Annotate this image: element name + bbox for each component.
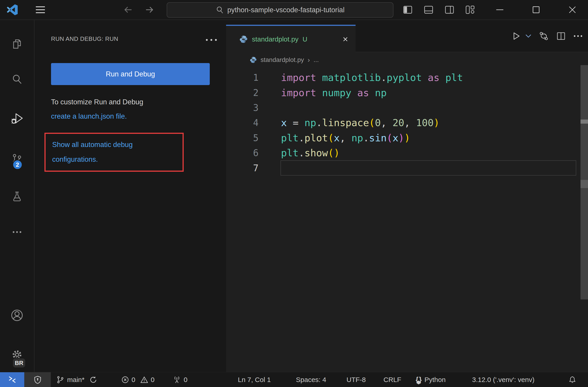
- encoding-item[interactable]: UTF-8: [346, 372, 366, 387]
- indentation-item[interactable]: Spaces: 4: [296, 372, 326, 387]
- account-icon[interactable]: [0, 304, 34, 326]
- code-token: .: [299, 132, 305, 144]
- show-debug-configurations-link[interactable]: Show all automatic debug configurations.: [52, 137, 179, 167]
- eol-item[interactable]: CRLF: [383, 372, 401, 387]
- sync-icon: [89, 376, 97, 384]
- run-and-debug-button[interactable]: Run and Debug: [51, 63, 210, 85]
- code-line-2[interactable]: 2import numpy as np: [226, 85, 588, 100]
- code-line-4[interactable]: 4x = np.linspace(0, 20, 100): [226, 115, 588, 130]
- code-token: as: [357, 87, 369, 98]
- code-token: [316, 72, 322, 83]
- line-number: 4: [226, 117, 280, 128]
- workspace-trust-item[interactable]: [24, 372, 51, 387]
- editor-group: standardplot.py U: [226, 20, 588, 372]
- tab-file-name: standardplot.py: [252, 35, 298, 43]
- code-token: ,: [404, 117, 416, 129]
- go-forward-icon[interactable]: [142, 0, 156, 20]
- code-token: sin: [369, 132, 387, 144]
- python-file-icon: [239, 35, 248, 43]
- code-token: import: [281, 72, 316, 83]
- radio-tower-icon: [172, 375, 181, 384]
- code-line-3[interactable]: 3: [226, 100, 588, 115]
- breadcrumb-file[interactable]: standardplot.py: [261, 56, 304, 64]
- window-close-icon[interactable]: [566, 0, 579, 20]
- sidebar-more-actions-icon[interactable]: [203, 34, 219, 46]
- code-token: ): [434, 117, 440, 129]
- line-number: 1: [226, 72, 280, 83]
- editor-toolbar: [511, 20, 583, 52]
- python-file-icon: [250, 56, 257, 64]
- language-mode-item[interactable]: { } Python: [416, 372, 446, 387]
- tab-close-icon[interactable]: [342, 36, 349, 43]
- code-line-6[interactable]: 6plt.show(): [226, 145, 588, 160]
- notifications-bell-icon[interactable]: [568, 372, 576, 387]
- branch-name: main*: [67, 376, 84, 384]
- code-token: np: [305, 117, 316, 129]
- code-token: np: [352, 132, 363, 144]
- overview-ruler-cursor-mark: [581, 180, 588, 188]
- code-token: [440, 72, 445, 83]
- code-token: (: [328, 147, 334, 159]
- toggle-panel-icon[interactable]: [422, 0, 435, 20]
- python-interpreter-item[interactable]: 3.12.0 ('.venv': venv): [472, 372, 534, 387]
- remote-indicator[interactable]: [0, 372, 24, 387]
- toggle-secondary-sidebar-icon[interactable]: [443, 0, 456, 20]
- code-token: as: [428, 72, 440, 83]
- code-token: x: [393, 132, 399, 144]
- window-maximize-icon[interactable]: [530, 0, 543, 20]
- split-editor-icon[interactable]: [556, 31, 566, 41]
- code-editor[interactable]: 1import matplotlib.pyplot as plt2import …: [226, 68, 588, 372]
- testing-icon[interactable]: [0, 185, 34, 207]
- problems-item[interactable]: 0 0: [121, 372, 154, 387]
- run-dropdown-chevron-icon[interactable]: [525, 34, 532, 39]
- window-minimize-icon[interactable]: [493, 0, 506, 20]
- error-count: 0: [131, 376, 135, 384]
- editor-scrollbar[interactable]: [581, 65, 588, 300]
- code-token: show: [305, 147, 328, 159]
- code-token: [352, 87, 357, 98]
- breadcrumb-symbol[interactable]: ...: [313, 56, 319, 64]
- git-branch-item[interactable]: main*: [56, 372, 97, 387]
- run-and-debug-icon[interactable]: [0, 107, 34, 129]
- line-content: import matplotlib.pyplot as plt: [280, 70, 576, 85]
- customize-layout-icon[interactable]: [464, 0, 477, 20]
- line-content: [280, 100, 576, 115]
- command-center-search[interactable]: python-sample-vscode-fastapi-tutorial: [167, 2, 393, 18]
- search-view-icon[interactable]: [0, 68, 34, 90]
- warning-icon: [140, 376, 148, 384]
- ports-item[interactable]: 0: [172, 372, 188, 387]
- open-changes-icon[interactable]: [539, 31, 549, 41]
- run-python-file-icon[interactable]: [511, 31, 521, 41]
- code-token: numpy: [322, 87, 351, 98]
- code-line-5[interactable]: 5plt.plot(x, np.sin(x)): [226, 130, 588, 145]
- code-token: =: [287, 117, 305, 129]
- overview-ruler-mark: [581, 120, 588, 124]
- code-token: .: [316, 117, 322, 129]
- tab-standardplot-py[interactable]: standardplot.py U: [226, 25, 356, 53]
- git-branch-icon: [56, 376, 64, 384]
- create-launch-json-link[interactable]: create a launch.json file.: [51, 112, 127, 120]
- more-views-icon[interactable]: [0, 221, 34, 243]
- code-token: 20: [393, 117, 404, 129]
- line-content: plt.plot(x, np.sin(x)): [280, 130, 576, 145]
- braces-icon: { }: [416, 376, 422, 384]
- toggle-primary-sidebar-icon[interactable]: [401, 0, 414, 20]
- ports-count: 0: [184, 376, 188, 384]
- breadcrumbs: standardplot.py › ...: [226, 52, 588, 68]
- customize-hint-text: To customize Run and Debug create a laun…: [51, 95, 143, 123]
- code-line-1[interactable]: 1import matplotlib.pyplot as plt: [226, 70, 588, 85]
- code-token: .: [381, 72, 387, 83]
- explorer-icon[interactable]: [0, 33, 34, 55]
- code-token: ,: [340, 132, 352, 144]
- editor-more-actions-icon[interactable]: [573, 34, 583, 38]
- code-line-7[interactable]: 7: [226, 160, 588, 175]
- go-back-icon[interactable]: [122, 0, 135, 20]
- code-token: 0: [375, 117, 381, 129]
- menu-hamburger-icon[interactable]: [34, 0, 47, 20]
- code-token: ): [399, 132, 404, 144]
- cursor-position-item[interactable]: Ln 7, Col 1: [238, 372, 271, 387]
- code-token: (: [387, 132, 393, 144]
- line-number: 6: [226, 148, 280, 158]
- code-token: [316, 87, 322, 98]
- code-token: import: [281, 87, 316, 98]
